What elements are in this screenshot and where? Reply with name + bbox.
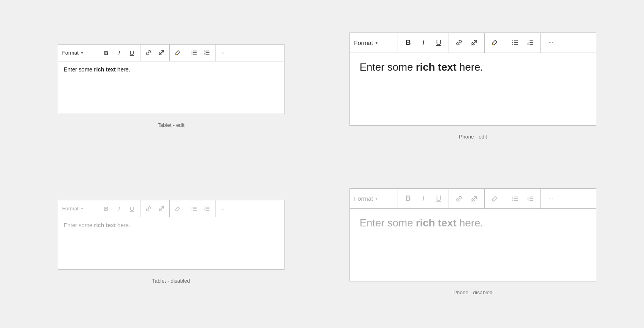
more-button[interactable]: ··· [543, 35, 559, 50]
svg-point-16 [512, 41, 513, 41]
svg-point-34 [191, 210, 192, 211]
tablet-edit-cell: Format ▾ B I U [24, 12, 318, 160]
link-group-tablet-disabled [140, 200, 170, 217]
ordered-list-icon: 1. 2. 3. [527, 39, 534, 46]
tablet-edit-caption: Tablet - edit [158, 122, 185, 128]
more-group-phone-edit: ··· [541, 33, 561, 53]
list-group-tablet-disabled: 1. 2. 3. [186, 200, 215, 217]
svg-point-4 [191, 52, 192, 53]
content-suffix: here. [116, 66, 130, 73]
list-group-phone-disabled: 1. 2. 3. [505, 189, 541, 208]
more-button[interactable]: ··· [217, 46, 230, 59]
italic-button[interactable]: I [416, 35, 431, 50]
italic-icon: I [118, 205, 120, 212]
chevron-down-icon: ▾ [81, 51, 83, 55]
tablet-disabled-caption: Tablet - disabled [152, 278, 190, 284]
link-group-phone-edit [449, 33, 485, 53]
underline-icon: U [436, 194, 441, 203]
format-dropdown-phone-edit[interactable]: Format ▾ [350, 33, 398, 53]
more-group-tablet-disabled: ··· [215, 200, 232, 217]
svg-text:3.: 3. [204, 53, 206, 55]
unlink-icon [471, 195, 478, 202]
chevron-down-icon: ▾ [376, 196, 378, 201]
phone-disabled-cell: Format ▾ B I U [326, 168, 620, 316]
unlink-button[interactable] [467, 35, 482, 50]
unordered-list-icon [512, 39, 519, 46]
highlight-button[interactable] [487, 35, 502, 50]
unordered-list-button[interactable] [188, 46, 201, 59]
unordered-list-button [188, 202, 201, 215]
unordered-list-button[interactable] [508, 35, 523, 50]
format-dropdown-tablet-disabled: Format ▾ [58, 200, 98, 217]
more-group-phone-disabled: ··· [541, 189, 561, 208]
svg-point-6 [191, 54, 192, 55]
text-format-group-tablet-edit: B I U [98, 45, 140, 61]
ordered-list-button[interactable]: 1. 2. 3. [523, 35, 538, 50]
list-group-tablet-edit: 1. 2. 3. [186, 45, 215, 61]
ordered-list-icon: 1. 2. 3. [527, 195, 534, 202]
svg-text:3.: 3. [204, 209, 206, 211]
ellipsis-icon: ··· [549, 195, 554, 202]
tablet-edit-toolbar: Format ▾ B I U [58, 45, 284, 61]
link-button[interactable] [451, 35, 467, 50]
phone-edit-editor: Format ▾ B I U [349, 33, 596, 126]
link-button [142, 202, 155, 215]
text-format-group-phone-edit: B I U [398, 33, 449, 53]
highlight-button[interactable] [171, 46, 184, 59]
highlight-button [487, 191, 502, 206]
link-icon [455, 39, 463, 46]
ellipsis-icon: ··· [221, 206, 226, 212]
ordered-list-icon: 1. 2. 3. [204, 206, 210, 212]
ordered-list-button[interactable]: 1. 2. 3. [201, 46, 213, 59]
content-bold: rich text [416, 217, 456, 229]
underline-button: U [431, 191, 446, 206]
underline-button[interactable]: U [126, 46, 138, 59]
more-button: ··· [217, 202, 230, 215]
unlink-button[interactable] [155, 46, 168, 59]
unlink-button [467, 191, 482, 206]
highlight-group-tablet-edit [170, 45, 186, 61]
unordered-list-icon [512, 195, 519, 202]
phone-edit-content[interactable]: Enter some rich text here. [350, 53, 596, 125]
phone-edit-caption: Phone - edit [459, 134, 487, 140]
link-button[interactable] [142, 46, 155, 59]
chevron-down-icon: ▾ [81, 206, 83, 211]
highlight-icon [175, 206, 181, 212]
italic-button: I [113, 202, 126, 215]
highlight-icon [491, 39, 498, 46]
highlight-group-phone-disabled [485, 189, 505, 208]
list-group-phone-edit: 1. 2. 3. [505, 33, 541, 53]
link-group-phone-disabled [449, 189, 485, 208]
text-format-group-tablet-disabled: B I U [98, 200, 140, 217]
tablet-disabled-toolbar: Format ▾ B I U [58, 200, 284, 217]
ellipsis-icon: ··· [549, 39, 554, 46]
ordered-list-button: 1. 2. 3. [523, 191, 538, 206]
italic-button[interactable]: I [113, 46, 126, 59]
content-bold: rich text [416, 61, 456, 73]
format-label: Format [354, 39, 373, 46]
italic-button: I [416, 191, 431, 206]
svg-point-44 [512, 196, 513, 197]
italic-icon: I [423, 194, 425, 203]
highlight-button [171, 202, 184, 215]
bold-icon: B [104, 49, 108, 56]
link-group-tablet-edit [140, 45, 170, 61]
svg-point-32 [191, 208, 192, 209]
format-dropdown-tablet-edit[interactable]: Format ▾ [58, 45, 98, 61]
link-icon [145, 206, 152, 212]
ordered-list-icon: 1. 2. 3. [204, 49, 210, 56]
text-format-group-phone-disabled: B I U [398, 189, 449, 208]
bold-button[interactable]: B [100, 46, 113, 59]
underline-button[interactable]: U [431, 35, 446, 50]
tablet-edit-editor: Format ▾ B I U [58, 44, 284, 114]
tablet-disabled-editor: Format ▾ B I U [58, 200, 284, 270]
content-bold: rich text [94, 222, 116, 228]
content-suffix: here. [116, 222, 130, 228]
phone-disabled-caption: Phone - disabled [453, 289, 493, 295]
tablet-edit-content[interactable]: Enter some rich text here. [58, 61, 284, 114]
bold-button[interactable]: B [400, 35, 416, 50]
tablet-disabled-cell: Format ▾ B I U [24, 168, 318, 316]
format-label: Format [62, 50, 79, 56]
format-label: Format [354, 195, 373, 202]
content-suffix: here. [457, 217, 484, 229]
